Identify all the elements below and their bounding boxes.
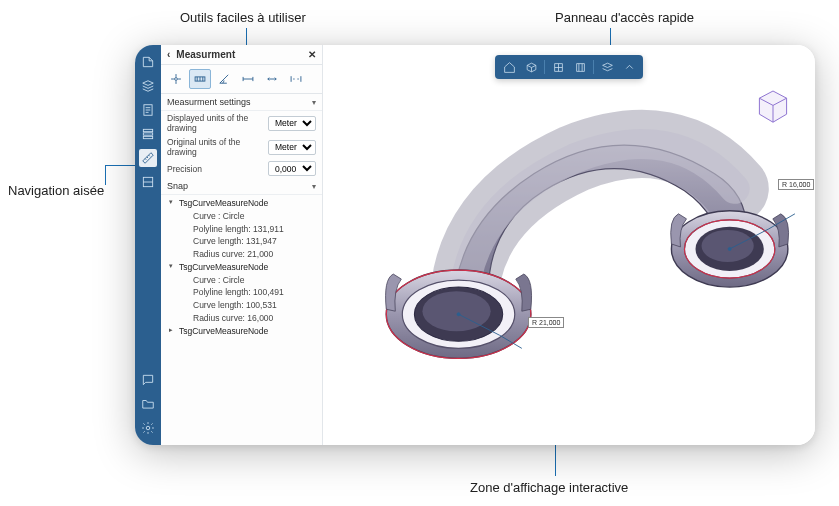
qab-layers-icon[interactable] xyxy=(597,58,617,76)
settings-label: Displayed units of the drawing xyxy=(167,113,264,133)
nav-stack-icon[interactable] xyxy=(139,125,157,143)
nav-measure-icon[interactable] xyxy=(139,149,157,167)
measure-tag-right: R 16,000 xyxy=(778,179,814,190)
back-icon[interactable]: ‹ xyxy=(167,49,170,60)
settings-header-label: Measurment settings xyxy=(167,97,251,107)
tree-leaf: Polyline length: 100,491 xyxy=(189,286,322,299)
svg-point-21 xyxy=(728,247,731,250)
chevron-down-icon: ▾ xyxy=(312,182,316,191)
separator xyxy=(593,60,594,74)
tree-leaf: Curve : Circle xyxy=(189,274,322,287)
svg-rect-9 xyxy=(576,63,584,71)
model-elbow-pipe xyxy=(323,75,815,443)
tool-measure-length[interactable] xyxy=(261,69,283,89)
tree-node-title: TsgCurveMeasureNode xyxy=(179,198,268,208)
qab-expand-icon[interactable] xyxy=(619,58,639,76)
tree-leaf: Curve length: 131,947 xyxy=(189,235,322,248)
svg-rect-2 xyxy=(143,133,152,135)
nav-clip-icon[interactable] xyxy=(139,173,157,191)
tree-leaf: Radius curve: 21,000 xyxy=(189,248,322,261)
nav-chat-icon[interactable] xyxy=(139,371,157,389)
settings-row-precision: Precision 0,000 xyxy=(161,159,322,178)
svg-point-5 xyxy=(146,426,150,430)
side-panel: ‹ Measurment ✕ Measurment settings ▾ Dis… xyxy=(161,45,323,445)
settings-header[interactable]: Measurment settings ▾ xyxy=(161,94,322,111)
qab-view-iso-icon[interactable] xyxy=(548,58,568,76)
qab-view-front-icon[interactable] xyxy=(570,58,590,76)
tree-node[interactable]: TsgCurveMeasureNode xyxy=(169,325,322,338)
tree-leaf: Radius curve: 16,000 xyxy=(189,312,322,325)
svg-point-20 xyxy=(457,313,460,316)
qab-box-icon[interactable] xyxy=(521,58,541,76)
annotation-nav-label: Navigation aisée xyxy=(8,183,104,198)
precision-select[interactable]: 0,000 xyxy=(268,161,316,176)
snap-header[interactable]: Snap ▾ xyxy=(161,178,322,195)
svg-rect-1 xyxy=(143,129,152,131)
close-icon[interactable]: ✕ xyxy=(308,49,316,60)
snap-header-label: Snap xyxy=(167,181,188,191)
settings-label: Precision xyxy=(167,164,264,174)
tree-leaf: Curve : Circle xyxy=(189,210,322,223)
tool-measure-gap[interactable] xyxy=(285,69,307,89)
nav-settings-icon[interactable] xyxy=(139,419,157,437)
tool-measure-distance[interactable] xyxy=(237,69,259,89)
tool-measure-angle[interactable] xyxy=(213,69,235,89)
annotation-tools-label: Outils faciles à utiliser xyxy=(180,10,306,25)
svg-rect-3 xyxy=(143,136,152,138)
tree-node[interactable]: TsgCurveMeasureNode Curve : Circle Polyl… xyxy=(169,197,322,261)
separator xyxy=(544,60,545,74)
measure-tree: TsgCurveMeasureNode Curve : Circle Polyl… xyxy=(161,195,322,343)
displayed-units-select[interactable]: Meters xyxy=(268,116,316,131)
original-units-select[interactable]: Meters xyxy=(268,140,316,155)
tree-node-title: TsgCurveMeasureNode xyxy=(179,262,268,272)
app-window: ‹ Measurment ✕ Measurment settings ▾ Dis… xyxy=(135,45,815,445)
svg-point-19 xyxy=(702,230,754,262)
tree-leaf: Curve length: 100,531 xyxy=(189,299,322,312)
viewport-3d[interactable]: R 21,000 R 16,000 xyxy=(323,45,815,445)
measure-tag-left: R 21,000 xyxy=(528,317,564,328)
qab-home-icon[interactable] xyxy=(499,58,519,76)
settings-label: Original units of the drawing xyxy=(167,137,264,157)
svg-point-6 xyxy=(175,78,178,81)
nav-layers-icon[interactable] xyxy=(139,77,157,95)
settings-row-original-units: Original units of the drawing Meters xyxy=(161,135,322,159)
nav-folder-icon[interactable] xyxy=(139,395,157,413)
tree-node-title: TsgCurveMeasureNode xyxy=(179,326,268,336)
nav-import-icon[interactable] xyxy=(139,53,157,71)
nav-strip xyxy=(135,45,161,445)
tree-leaf: Polyline length: 131,911 xyxy=(189,223,322,236)
settings-row-displayed-units: Displayed units of the drawing Meters xyxy=(161,111,322,135)
nav-document-icon[interactable] xyxy=(139,101,157,119)
chevron-down-icon: ▾ xyxy=(312,98,316,107)
tool-measure-edge[interactable] xyxy=(189,69,211,89)
annotation-viewzone-label: Zone d'affichage interactive xyxy=(470,480,628,495)
annotation-nav-line-v xyxy=(105,165,106,185)
panel-header: ‹ Measurment ✕ xyxy=(161,45,322,65)
annotation-quickpanel-label: Panneau d'accès rapide xyxy=(555,10,694,25)
tree-node[interactable]: TsgCurveMeasureNode Curve : Circle Polyl… xyxy=(169,261,322,325)
tool-measure-point[interactable] xyxy=(165,69,187,89)
panel-title: Measurment xyxy=(176,49,235,60)
panel-toolbar xyxy=(161,65,322,94)
